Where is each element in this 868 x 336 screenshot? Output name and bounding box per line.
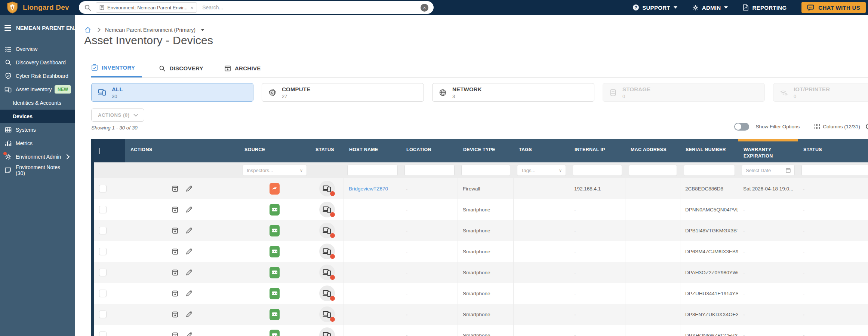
- support-menu[interactable]: SUPPORT: [633, 4, 677, 11]
- header-host-name[interactable]: HOST NAME: [344, 139, 401, 162]
- archive-device-icon[interactable]: [172, 248, 179, 255]
- globe-icon: [439, 89, 447, 97]
- reporting-menu[interactable]: REPORTING: [743, 4, 787, 11]
- header-status[interactable]: STATUS: [310, 139, 344, 162]
- chat-with-us-button[interactable]: CHAT WITH US: [801, 2, 866, 13]
- row-checkbox[interactable]: [99, 227, 107, 234]
- header-select-all[interactable]: [94, 139, 125, 162]
- serial-number-cell: DPAH3OZ2Z0Y980YWC: [680, 262, 738, 283]
- header-serial-number[interactable]: SERIAL NUMBER: [680, 139, 738, 162]
- search-clear-icon[interactable]: [421, 4, 428, 12]
- sidebar-item-cyber-risk-dashboard[interactable]: Cyber Risk Dashboard: [0, 69, 75, 83]
- warranty-expiration-cell: -: [738, 220, 798, 241]
- category-card-network[interactable]: NETWORK3: [432, 83, 594, 102]
- category-card-storage: STORAGE0: [603, 83, 765, 102]
- row-checkbox[interactable]: [99, 311, 107, 318]
- sidebar-item-environment-notes[interactable]: Environment Notes (30): [0, 164, 75, 177]
- admin-menu[interactable]: ADMIN: [692, 4, 728, 11]
- home-icon[interactable]: [84, 27, 91, 33]
- mac-address-filter-input[interactable]: [629, 165, 677, 176]
- edit-pencil-icon[interactable]: [185, 227, 193, 234]
- sidebar-item-metrics[interactable]: Metrics: [0, 137, 75, 150]
- archive-device-icon[interactable]: [172, 332, 179, 336]
- chevron-down-icon[interactable]: [201, 29, 204, 31]
- help-icon: [633, 4, 639, 10]
- row-checkbox[interactable]: [99, 248, 107, 255]
- edit-pencil-icon[interactable]: [185, 206, 193, 213]
- hamburger-menu-icon[interactable]: [4, 25, 11, 31]
- row-checkbox[interactable]: [99, 185, 107, 192]
- archive-device-icon[interactable]: [172, 311, 179, 318]
- devices-icon: [4, 86, 12, 93]
- header-location[interactable]: LOCATION: [401, 139, 458, 162]
- row-checkbox[interactable]: [99, 290, 107, 297]
- header-status-2[interactable]: STATUS: [798, 139, 868, 162]
- status-filter-input[interactable]: [801, 165, 868, 176]
- table-filter-row: Inspectors... Tags... Select Date: [94, 162, 868, 178]
- notification-dot: [3, 152, 7, 155]
- archive-device-icon[interactable]: [172, 185, 179, 192]
- category-card-all[interactable]: ALL30: [91, 83, 253, 102]
- sidebar-item-environment-admin[interactable]: Environment Admin: [0, 150, 75, 164]
- tags-filter-select[interactable]: Tags...: [517, 165, 566, 176]
- source-filter-select[interactable]: Inspectors...: [243, 165, 307, 176]
- sidebar-item-identities-accounts[interactable]: Identities & Accounts: [0, 96, 75, 110]
- edit-pencil-icon[interactable]: [185, 248, 193, 255]
- device-type-cell: Smartphone: [458, 220, 514, 241]
- header-actions: ACTIONS: [125, 139, 239, 162]
- gear-icon: [4, 153, 12, 161]
- location-filter-input[interactable]: [404, 165, 455, 176]
- columns-button[interactable]: Columns (12/31): [823, 124, 860, 129]
- search-placeholder[interactable]: Search...: [202, 4, 421, 10]
- header-warranty-expiration[interactable]: WARRANTY EXPIRATION: [738, 139, 798, 162]
- sidebar-item-systems[interactable]: Systems: [0, 123, 75, 137]
- host-name-filter-input[interactable]: [347, 165, 398, 176]
- edit-pencil-icon[interactable]: [185, 332, 193, 336]
- internal-ip-filter-input[interactable]: [573, 165, 622, 176]
- edit-pencil-icon[interactable]: [185, 185, 193, 192]
- filter-options-toggle[interactable]: [734, 123, 749, 131]
- gear-icon: [692, 4, 699, 11]
- sidebar-item-overview[interactable]: Overview: [0, 42, 75, 56]
- global-search[interactable]: Environment: Nemean Parent Envir... Sear…: [79, 1, 434, 14]
- row-checkbox[interactable]: [99, 332, 107, 336]
- tab-divider: [91, 77, 868, 78]
- archive-device-icon[interactable]: [172, 269, 179, 276]
- breadcrumb-environment[interactable]: Nemean Parent Environment (Primary): [105, 27, 196, 33]
- chip-remove-icon[interactable]: [191, 5, 194, 10]
- sidebar-item-discovery-dashboard[interactable]: Discovery Dashboard: [0, 56, 75, 69]
- header-device-type[interactable]: DEVICE TYPE: [458, 139, 514, 162]
- header-tags[interactable]: TAGS: [514, 139, 569, 162]
- warranty-date-filter[interactable]: Select Date: [742, 165, 795, 176]
- admin-label: ADMIN: [702, 4, 721, 11]
- archive-device-icon[interactable]: [172, 227, 179, 234]
- internal-ip-cell: -: [569, 262, 625, 283]
- archive-device-icon[interactable]: [172, 290, 179, 297]
- chevron-down-icon: [559, 168, 562, 173]
- header-mac-address[interactable]: MAC ADDRESS: [625, 139, 680, 162]
- tab-discovery[interactable]: DISCOVERY: [159, 64, 207, 77]
- sidebar-item-devices[interactable]: Devices: [0, 110, 75, 123]
- location-cell: -: [401, 241, 458, 262]
- tab-archive[interactable]: ARCHIVE: [224, 64, 265, 77]
- row-checkbox[interactable]: [99, 206, 107, 213]
- host-name-link[interactable]: BridgeviewTZ670: [349, 186, 388, 192]
- header-internal-ip[interactable]: INTERNAL IP: [569, 139, 625, 162]
- serial-number-filter-input[interactable]: [684, 165, 735, 176]
- refresh-icon[interactable]: [865, 122, 868, 131]
- select-all-checkbox[interactable]: [99, 148, 100, 154]
- category-card-compute[interactable]: COMPUTE27: [262, 83, 424, 102]
- edit-pencil-icon[interactable]: [185, 290, 193, 297]
- archive-device-icon[interactable]: [172, 206, 179, 213]
- row-checkbox[interactable]: [99, 269, 107, 276]
- environment-filter-chip[interactable]: Environment: Nemean Parent Envir...: [96, 2, 197, 13]
- device-type-cell: Smartphone: [458, 241, 514, 262]
- tab-inventory[interactable]: INVENTORY: [91, 64, 142, 77]
- edit-pencil-icon[interactable]: [185, 311, 193, 318]
- sidebar-item-asset-inventory[interactable]: Asset Inventory NEW: [0, 83, 75, 96]
- device-type-cell: Smartphone: [458, 304, 514, 325]
- edit-pencil-icon[interactable]: [185, 269, 193, 276]
- header-source[interactable]: SOURCE: [239, 139, 310, 162]
- device-type-filter-input[interactable]: [461, 165, 510, 176]
- search-icon: [159, 65, 166, 72]
